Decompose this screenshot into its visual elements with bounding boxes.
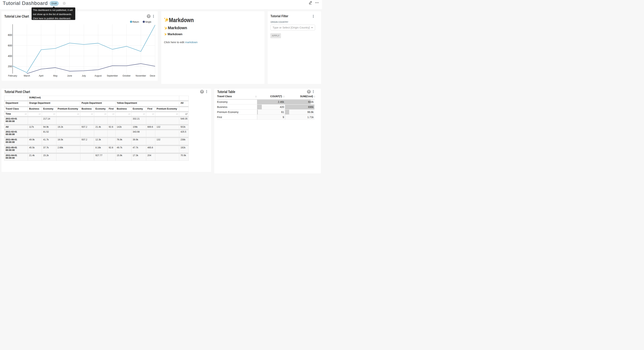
svg-text:February: February <box>8 74 17 77</box>
svg-text:Return: Return <box>132 21 139 23</box>
svg-text:November: November <box>136 74 146 77</box>
svg-text:December: December <box>150 74 155 77</box>
svg-text:April: April <box>39 74 43 77</box>
svg-text:200: 200 <box>8 65 12 68</box>
svg-text:Single: Single <box>145 21 151 23</box>
svg-text:September: September <box>107 74 118 77</box>
svg-text:March: March <box>24 74 30 77</box>
svg-text:October: October <box>122 74 130 77</box>
svg-text:August: August <box>94 74 102 77</box>
svg-text:800: 800 <box>8 34 12 36</box>
svg-text:May: May <box>53 74 58 77</box>
svg-text:600: 600 <box>8 44 12 47</box>
svg-text:400: 400 <box>8 54 12 58</box>
svg-text:June: June <box>67 74 72 77</box>
svg-text:July: July <box>82 74 86 77</box>
